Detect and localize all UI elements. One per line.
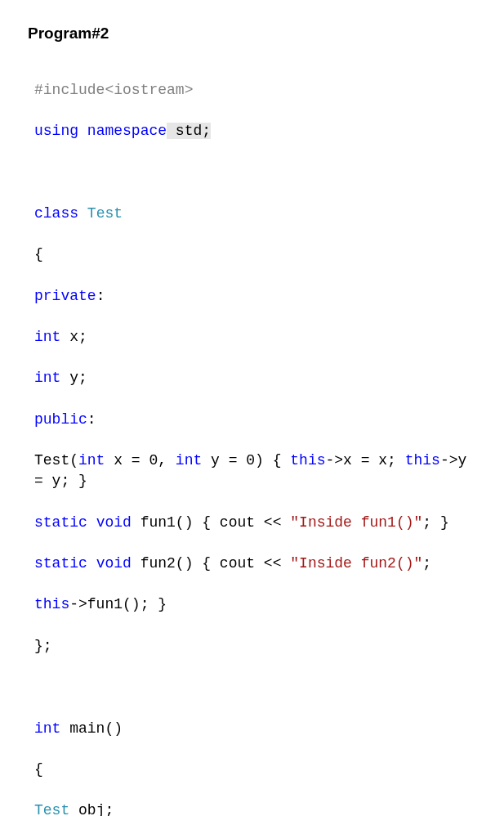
text: fun1() { cout << (132, 514, 290, 531)
keyword: int (34, 370, 60, 386)
text: ->fun1(); } (69, 596, 167, 612)
keyword: static (34, 514, 87, 531)
code-line: Test(int x = 0, int y = 0) { this->x = x… (34, 451, 476, 491)
space (78, 205, 87, 222)
code-line: int main() (34, 719, 476, 739)
include-target: <iostream> (105, 82, 193, 98)
keyword: this (290, 452, 325, 469)
code-line: }; (34, 636, 476, 657)
text: ; } (422, 514, 448, 531)
text: Test( (34, 452, 78, 469)
keyword: int (78, 452, 105, 469)
code-line: static void fun2() { cout << "Inside fun… (34, 554, 476, 574)
keyword: public (34, 411, 87, 428)
text: x = 0, (105, 452, 175, 469)
preproc: #include (34, 82, 105, 98)
keyword: int (34, 329, 60, 345)
code-block: #include<iostream> using namespace std; … (28, 60, 476, 816)
code-line: public: (34, 410, 476, 430)
code-line: Test obj; (34, 800, 476, 816)
text: y = 0) { (202, 452, 290, 469)
brace: { (34, 761, 43, 778)
keyword: static (34, 555, 87, 572)
code-line: private: (34, 286, 476, 307)
code-line: int x; (34, 327, 476, 347)
brace: { (34, 246, 43, 262)
blank-line (34, 677, 476, 697)
type-name: Test (34, 802, 69, 816)
keyword: void (96, 555, 132, 572)
colon: : (87, 411, 96, 428)
space (87, 514, 96, 531)
type-name: Test (87, 205, 123, 222)
document-title: Program#2 (28, 23, 476, 45)
keyword: int (34, 720, 60, 737)
brace: }; (34, 638, 52, 654)
code-line: this->fun1(); } (34, 594, 476, 615)
text: ; (422, 555, 440, 572)
string-literal: "Inside fun1()" (290, 514, 422, 531)
code-line: using namespace std; (34, 121, 476, 141)
code-line: int y; (34, 368, 476, 388)
code-line: { (34, 760, 476, 780)
text: fun2() { cout << (132, 555, 290, 572)
blank-line (34, 163, 476, 183)
keyword: int (176, 452, 202, 469)
code-line: static void fun1() { cout << "Inside fun… (34, 513, 476, 533)
keyword: class (34, 205, 78, 222)
text: obj; (69, 802, 114, 816)
text: y; (60, 370, 87, 386)
keyword: private (34, 288, 96, 304)
keyword: void (96, 514, 132, 531)
space (78, 123, 87, 139)
keyword: this (34, 596, 69, 612)
keyword: namespace (87, 123, 167, 139)
code-line: #include<iostream> (34, 80, 476, 101)
text: std; (167, 123, 211, 139)
keyword: using (34, 123, 78, 139)
code-line: { (34, 244, 476, 265)
string-literal: "Inside fun2()" (290, 555, 422, 572)
keyword: this (405, 452, 440, 469)
text: main() (60, 720, 123, 737)
code-line: class Test (34, 204, 476, 224)
text: ->x = x; (326, 452, 405, 469)
space (87, 555, 96, 572)
text: x; (60, 329, 87, 345)
colon: : (96, 288, 105, 304)
